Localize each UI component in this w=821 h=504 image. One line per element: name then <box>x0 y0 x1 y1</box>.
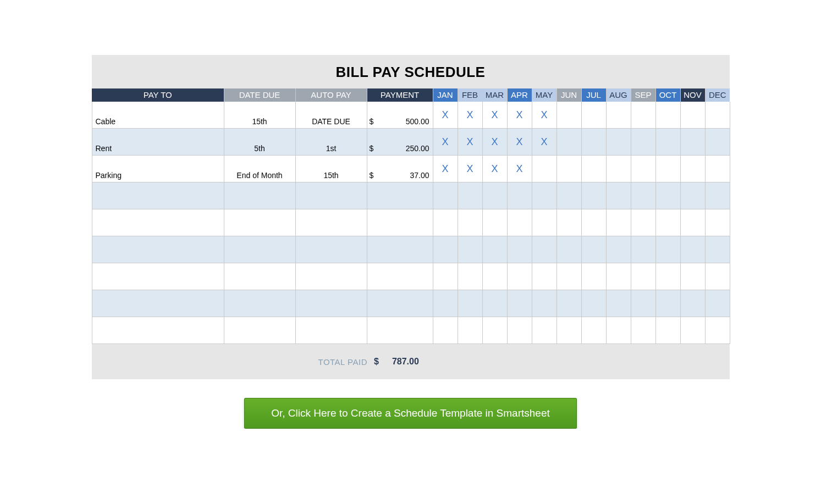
payto-cell[interactable] <box>92 263 224 290</box>
month-cell[interactable] <box>655 317 680 344</box>
datedue-cell[interactable]: 15th <box>224 102 295 129</box>
month-cell[interactable]: X <box>458 156 482 182</box>
month-cell[interactable] <box>655 102 680 129</box>
payment-cell[interactable] <box>367 263 433 290</box>
month-cell[interactable]: X <box>507 129 532 156</box>
month-cell[interactable] <box>532 182 556 209</box>
autopay-cell[interactable] <box>295 209 367 236</box>
month-cell[interactable]: X <box>482 102 507 129</box>
month-cell[interactable] <box>581 263 606 290</box>
month-cell[interactable] <box>655 290 680 317</box>
month-cell[interactable] <box>458 236 482 263</box>
payment-cell[interactable] <box>367 209 433 236</box>
month-cell[interactable] <box>606 156 631 182</box>
datedue-cell[interactable] <box>224 290 295 317</box>
month-cell[interactable] <box>482 182 507 209</box>
month-cell[interactable] <box>532 156 556 182</box>
datedue-cell[interactable] <box>224 236 295 263</box>
month-cell[interactable] <box>458 182 482 209</box>
month-cell[interactable] <box>680 129 705 156</box>
month-cell[interactable] <box>705 129 730 156</box>
autopay-cell[interactable] <box>295 236 367 263</box>
month-cell[interactable] <box>581 129 606 156</box>
month-cell[interactable] <box>433 290 458 317</box>
month-cell[interactable] <box>433 209 458 236</box>
datedue-cell[interactable]: End of Month <box>224 156 295 182</box>
month-cell[interactable] <box>507 290 532 317</box>
month-cell[interactable] <box>606 182 631 209</box>
month-cell[interactable] <box>680 102 705 129</box>
payment-cell[interactable]: $250.00 <box>367 129 433 156</box>
month-cell[interactable] <box>532 209 556 236</box>
month-cell[interactable] <box>655 129 680 156</box>
payto-cell[interactable] <box>92 209 224 236</box>
autopay-cell[interactable]: 15th <box>295 156 367 182</box>
month-cell[interactable] <box>655 263 680 290</box>
month-cell[interactable] <box>458 263 482 290</box>
month-cell[interactable] <box>705 102 730 129</box>
month-cell[interactable]: X <box>532 102 556 129</box>
payment-cell[interactable]: $500.00 <box>367 102 433 129</box>
month-cell[interactable] <box>680 182 705 209</box>
autopay-cell[interactable]: DATE DUE <box>295 102 367 129</box>
month-cell[interactable] <box>482 236 507 263</box>
create-template-smartsheet-button[interactable]: Or, Click Here to Create a Schedule Temp… <box>244 398 577 429</box>
month-cell[interactable]: X <box>458 129 482 156</box>
month-cell[interactable] <box>581 209 606 236</box>
month-cell[interactable] <box>433 236 458 263</box>
month-cell[interactable] <box>705 236 730 263</box>
month-cell[interactable] <box>507 182 532 209</box>
month-cell[interactable] <box>606 317 631 344</box>
datedue-cell[interactable] <box>224 209 295 236</box>
month-cell[interactable] <box>680 236 705 263</box>
month-cell[interactable]: X <box>433 102 458 129</box>
month-cell[interactable]: X <box>458 102 482 129</box>
payment-cell[interactable]: $37.00 <box>367 156 433 182</box>
month-cell[interactable] <box>705 182 730 209</box>
month-cell[interactable] <box>556 236 581 263</box>
month-cell[interactable] <box>631 263 655 290</box>
month-cell[interactable] <box>532 290 556 317</box>
month-cell[interactable] <box>631 102 655 129</box>
month-cell[interactable] <box>458 317 482 344</box>
autopay-cell[interactable]: 1st <box>295 129 367 156</box>
month-cell[interactable] <box>458 290 482 317</box>
month-cell[interactable] <box>680 290 705 317</box>
month-cell[interactable] <box>532 317 556 344</box>
month-cell[interactable] <box>631 290 655 317</box>
month-cell[interactable] <box>631 317 655 344</box>
month-cell[interactable] <box>606 236 631 263</box>
month-cell[interactable] <box>458 209 482 236</box>
datedue-cell[interactable] <box>224 263 295 290</box>
month-cell[interactable] <box>556 102 581 129</box>
month-cell[interactable] <box>705 263 730 290</box>
payto-cell[interactable] <box>92 290 224 317</box>
month-cell[interactable] <box>507 317 532 344</box>
month-cell[interactable] <box>705 317 730 344</box>
month-cell[interactable]: X <box>532 129 556 156</box>
month-cell[interactable] <box>482 263 507 290</box>
month-cell[interactable] <box>482 290 507 317</box>
month-cell[interactable] <box>556 129 581 156</box>
month-cell[interactable]: X <box>482 156 507 182</box>
month-cell[interactable] <box>433 263 458 290</box>
month-cell[interactable] <box>507 263 532 290</box>
month-cell[interactable] <box>532 236 556 263</box>
month-cell[interactable] <box>482 209 507 236</box>
month-cell[interactable] <box>556 317 581 344</box>
month-cell[interactable] <box>606 290 631 317</box>
payment-cell[interactable] <box>367 236 433 263</box>
month-cell[interactable] <box>631 156 655 182</box>
month-cell[interactable] <box>680 263 705 290</box>
month-cell[interactable] <box>680 317 705 344</box>
payment-cell[interactable] <box>367 182 433 209</box>
month-cell[interactable] <box>631 209 655 236</box>
month-cell[interactable] <box>581 317 606 344</box>
month-cell[interactable] <box>581 182 606 209</box>
month-cell[interactable] <box>655 156 680 182</box>
month-cell[interactable]: X <box>507 156 532 182</box>
month-cell[interactable] <box>556 209 581 236</box>
month-cell[interactable] <box>606 129 631 156</box>
month-cell[interactable] <box>581 236 606 263</box>
payto-cell[interactable]: Cable <box>92 102 224 129</box>
